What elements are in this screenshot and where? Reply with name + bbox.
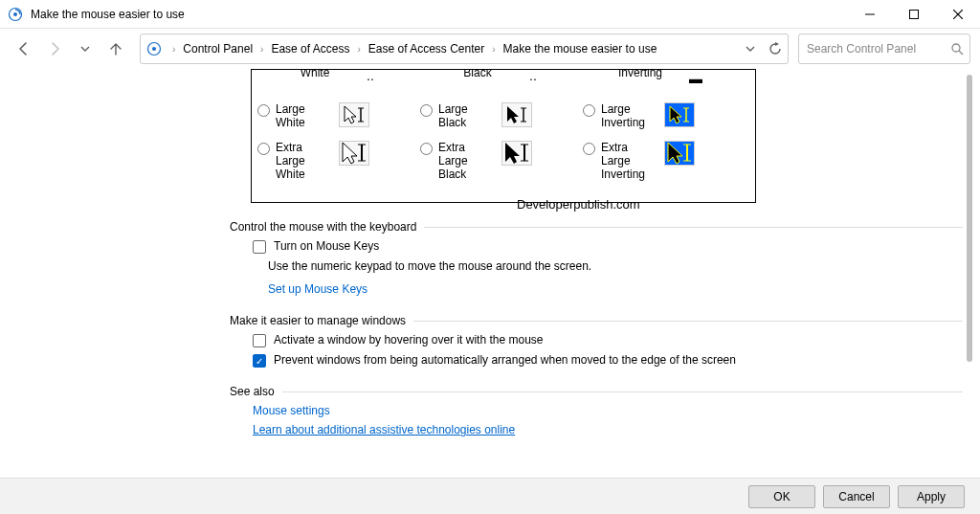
vertical-scrollbar[interactable] bbox=[961, 75, 976, 472]
radio-input[interactable] bbox=[257, 143, 270, 155]
breadcrumb[interactable]: › Control Panel › Ease of Access › Ease … bbox=[140, 34, 789, 64]
cursor-preview-icon bbox=[501, 102, 532, 127]
search-input[interactable] bbox=[807, 42, 950, 56]
control-panel-icon bbox=[146, 41, 162, 56]
checkbox-icon[interactable] bbox=[253, 334, 266, 347]
breadcrumb-item[interactable]: Ease of Access bbox=[268, 40, 352, 57]
pointer-option-large-inverting[interactable]: Large Inverting bbox=[583, 102, 746, 129]
checkbox-label: Turn on Mouse Keys bbox=[274, 239, 379, 253]
pointer-option-label: White bbox=[292, 69, 338, 79]
breadcrumb-item[interactable]: Control Panel bbox=[180, 40, 256, 57]
refresh-button[interactable] bbox=[768, 42, 782, 56]
radio-input[interactable] bbox=[420, 104, 433, 117]
link-assistive-tech[interactable]: Learn about additional assistive technol… bbox=[253, 423, 963, 436]
pointer-option-label: Large Inverting bbox=[601, 102, 658, 129]
checkbox-mouse-keys[interactable]: Turn on Mouse Keys bbox=[253, 239, 963, 254]
pointer-option-label: Large White bbox=[276, 102, 333, 129]
pointer-option-label: Black bbox=[455, 69, 501, 79]
chevron-right-icon: › bbox=[256, 44, 268, 55]
close-button[interactable] bbox=[936, 0, 980, 29]
checkbox-activate-hover[interactable]: Activate a window by hovering over it wi… bbox=[253, 333, 963, 347]
pointer-option-label: Extra Large Black bbox=[438, 141, 496, 181]
app-icon bbox=[8, 7, 23, 22]
maximize-button[interactable] bbox=[892, 0, 936, 29]
cursor-preview-icon: ▬ bbox=[680, 69, 711, 91]
pointer-option-label: Extra Large White bbox=[276, 141, 333, 181]
cursor-preview-icon bbox=[501, 141, 532, 166]
section-title-windows: Make it easier to manage windows bbox=[230, 314, 406, 327]
radio-input[interactable] bbox=[257, 104, 270, 117]
checkbox-icon[interactable] bbox=[253, 240, 266, 254]
pointer-option-extra-large-black[interactable]: Extra Large Black bbox=[420, 141, 583, 181]
checkbox-label: Prevent windows from being automatically… bbox=[274, 353, 736, 367]
search-box[interactable] bbox=[798, 34, 970, 64]
svg-point-7 bbox=[152, 47, 156, 51]
pointer-option-label: Large Black bbox=[438, 102, 496, 129]
cursor-preview-icon bbox=[664, 141, 695, 166]
pointer-option-large-white[interactable]: Large White bbox=[257, 102, 420, 129]
svg-point-1 bbox=[13, 12, 17, 16]
cursor-preview-icon bbox=[339, 141, 369, 166]
pointer-option-label: Extra Large Inverting bbox=[601, 141, 658, 181]
forward-button[interactable] bbox=[40, 34, 69, 63]
cursor-preview-icon: ·· bbox=[518, 69, 548, 91]
chevron-right-icon: › bbox=[167, 44, 180, 55]
pointer-option-large-black[interactable]: Large Black bbox=[420, 102, 583, 129]
cursor-preview-icon: ·· bbox=[355, 69, 386, 91]
svg-rect-3 bbox=[910, 10, 919, 18]
pointer-option-label: Inverting bbox=[617, 69, 663, 79]
up-button[interactable] bbox=[101, 34, 130, 63]
chevron-right-icon: › bbox=[352, 44, 365, 55]
ok-button[interactable]: OK bbox=[748, 485, 815, 508]
checkbox-label: Activate a window by hovering over it wi… bbox=[274, 333, 543, 346]
section-divider bbox=[413, 321, 963, 322]
breadcrumb-dropdown-button[interactable] bbox=[746, 44, 755, 54]
watermark-text: Developerpublish.com bbox=[517, 197, 640, 212]
radio-input[interactable] bbox=[583, 143, 595, 155]
radio-input[interactable] bbox=[420, 143, 433, 155]
section-title-see-also: See also bbox=[230, 385, 275, 398]
cursor-preview-icon bbox=[339, 102, 369, 127]
window-title: Make the mouse easier to use bbox=[31, 8, 848, 21]
svg-line-9 bbox=[959, 51, 963, 55]
section-divider bbox=[424, 227, 963, 228]
svg-point-8 bbox=[952, 44, 960, 52]
description-text: Use the numeric keypad to move the mouse… bbox=[230, 259, 963, 273]
minimize-button[interactable] bbox=[848, 0, 892, 29]
link-setup-mouse-keys[interactable]: Set up Mouse Keys bbox=[230, 282, 368, 296]
link-mouse-settings[interactable]: Mouse settings bbox=[253, 404, 963, 417]
section-title-keyboard: Control the mouse with the keyboard bbox=[230, 220, 416, 234]
cancel-button[interactable]: Cancel bbox=[823, 485, 890, 508]
back-button[interactable] bbox=[10, 34, 38, 63]
checkbox-prevent-arrange[interactable]: ✓ Prevent windows from being automatical… bbox=[253, 353, 963, 368]
cursor-preview-icon bbox=[664, 102, 695, 127]
breadcrumb-item[interactable]: Make the mouse easier to use bbox=[501, 40, 660, 57]
recent-dropdown-button[interactable] bbox=[71, 34, 100, 63]
radio-input[interactable] bbox=[583, 104, 595, 117]
pointer-option-extra-large-white[interactable]: Extra Large White bbox=[257, 141, 420, 181]
checkbox-icon[interactable]: ✓ bbox=[253, 354, 266, 368]
section-divider bbox=[282, 391, 963, 392]
chevron-right-icon: › bbox=[487, 44, 500, 55]
apply-button[interactable]: Apply bbox=[898, 485, 965, 508]
pointer-size-group: White ·· Black ·· Inverting ▬ Large Whit… bbox=[251, 69, 756, 203]
breadcrumb-item[interactable]: Ease of Access Center bbox=[366, 40, 487, 57]
pointer-option-extra-large-inverting[interactable]: Extra Large Inverting bbox=[583, 141, 746, 181]
search-icon[interactable] bbox=[950, 42, 964, 56]
